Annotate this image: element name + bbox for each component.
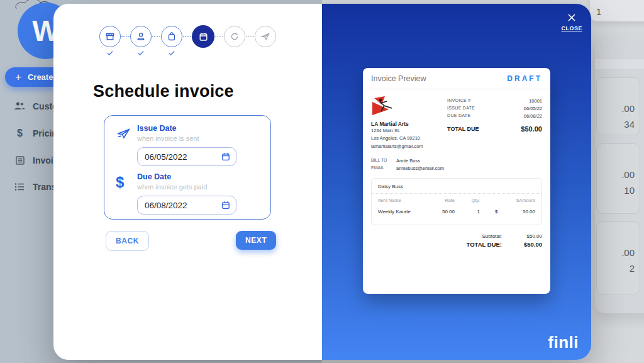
create-button-label: Create bbox=[28, 72, 53, 82]
issue-date-meta-label: ISSUE DATE bbox=[447, 106, 475, 111]
close-x-icon bbox=[567, 13, 577, 23]
due-date-meta-label: DUE DATE bbox=[447, 113, 470, 119]
step-customer[interactable] bbox=[130, 26, 152, 47]
issue-date-field: Issue Date when invoice is sent bbox=[116, 124, 270, 166]
invoices-icon bbox=[14, 155, 26, 165]
step-business[interactable] bbox=[99, 26, 121, 47]
schedule-form-card: Issue Date when invoice is sent $ Due bbox=[104, 115, 271, 220]
email-value: anniebuss@email.com bbox=[396, 165, 444, 171]
col-amount: $Amount bbox=[480, 198, 535, 203]
stepper-connector bbox=[121, 36, 130, 37]
send-icon bbox=[260, 31, 270, 42]
background-band bbox=[595, 59, 644, 69]
background-stat-card: .00 34 bbox=[596, 77, 640, 135]
step-recurring[interactable] bbox=[224, 26, 245, 47]
stat-amount-fragment: .00 bbox=[621, 169, 635, 180]
table-row: Weekly Karate 50.00 1 $50.00 bbox=[372, 206, 541, 225]
background-panel: .00 34 .00 10 .00 2 bbox=[595, 36, 644, 313]
due-date-field: $ Due Date when invoice gets paid bbox=[116, 172, 270, 215]
business-email: lamartialarts@gmail.com bbox=[371, 143, 447, 150]
stepper-connector bbox=[246, 36, 254, 37]
grand-total-label: TOTAL DUE: bbox=[445, 241, 502, 248]
email-label: EMAIL bbox=[371, 165, 396, 171]
col-item-name: Item Name bbox=[378, 198, 426, 203]
calendar-icon[interactable] bbox=[221, 152, 231, 162]
invoice-preview-panel: CLOSE Invoice Preview DRAFT bbox=[322, 4, 591, 360]
close-label: CLOSE bbox=[561, 25, 582, 31]
calendar-icon bbox=[198, 31, 209, 42]
items-bag-icon bbox=[167, 31, 177, 42]
business-address1: 1234 Main St. bbox=[371, 127, 447, 135]
grand-total-value: $50.00 bbox=[502, 241, 542, 248]
background-top-card: 1 bbox=[590, 0, 644, 21]
invoice-number-value: 10001 bbox=[529, 98, 542, 104]
item-name: Weekly Karate bbox=[378, 209, 426, 215]
martial-arts-logo bbox=[371, 96, 396, 115]
business-name: LA Martial Arts bbox=[371, 121, 447, 127]
calendar-icon[interactable] bbox=[221, 200, 231, 210]
total-due-label: TOTAL DUE bbox=[447, 126, 479, 132]
total-due-value: $50.00 bbox=[521, 125, 542, 133]
dollar-icon: $ bbox=[116, 175, 124, 215]
stepper bbox=[53, 25, 322, 48]
item-currency: $ bbox=[495, 209, 497, 215]
business-address2: Los Angeles, CA 90210 bbox=[371, 135, 447, 142]
wizard-panel: Schedule invoice Issue Date when invoice… bbox=[53, 4, 322, 360]
schedule-invoice-modal: Schedule invoice Issue Date when invoice… bbox=[53, 4, 591, 360]
subtotal-label: Subtotal: bbox=[445, 233, 502, 239]
invoice-preview-title: Invoice Preview bbox=[371, 74, 426, 83]
finli-logo: finli bbox=[548, 333, 579, 352]
storefront-icon bbox=[105, 31, 115, 42]
transactions-icon bbox=[14, 181, 26, 192]
invoice-items-box: Daisy Buss Item Name Rate Qty. $Amount W… bbox=[371, 178, 542, 225]
stepper-connector bbox=[183, 36, 191, 37]
item-qty: 1 bbox=[455, 209, 480, 215]
invoice-number-label: INVOICE # bbox=[447, 98, 470, 104]
background-stat-card: .00 2 bbox=[596, 221, 640, 294]
issue-date-meta-value: 06/05/22 bbox=[524, 106, 542, 111]
app-root: W + Create Customers $ Pricing bbox=[0, 0, 644, 363]
stepper-connector bbox=[215, 36, 223, 37]
due-date-label: Due Date bbox=[137, 172, 236, 181]
stat-amount-fragment: .00 bbox=[621, 247, 635, 258]
back-button[interactable]: BACK bbox=[106, 231, 149, 251]
background-top-fragment: 1 bbox=[596, 6, 601, 17]
customer-icon bbox=[136, 31, 146, 42]
paper-plane-icon bbox=[116, 124, 137, 166]
bill-to-label: BILL TO bbox=[371, 158, 396, 164]
step-schedule[interactable] bbox=[192, 25, 214, 48]
stat-count-fragment: 2 bbox=[630, 263, 635, 274]
background-stat-card: .00 10 bbox=[596, 143, 640, 214]
issue-date-label: Issue Date bbox=[137, 124, 236, 133]
pricing-dollar-icon: $ bbox=[14, 128, 26, 138]
issue-date-hint: when invoice is sent bbox=[137, 135, 236, 142]
col-qty: Qty. bbox=[455, 198, 480, 203]
stepper-connector bbox=[152, 36, 160, 37]
stat-count-fragment: 34 bbox=[624, 119, 635, 130]
item-amount: 50.00 bbox=[523, 209, 535, 215]
plus-icon: + bbox=[15, 72, 21, 82]
check-icon bbox=[138, 50, 145, 56]
item-rate: 50.00 bbox=[426, 209, 455, 215]
stat-count-fragment: 10 bbox=[624, 185, 635, 196]
subtotal-value: $50.00 bbox=[502, 233, 542, 239]
check-icon bbox=[107, 50, 114, 56]
stat-amount-fragment: .00 bbox=[621, 103, 635, 114]
customers-icon bbox=[14, 101, 26, 111]
bill-to-value: Annie Buss bbox=[396, 158, 420, 164]
due-date-meta-value: 06/08/22 bbox=[524, 113, 542, 119]
step-send[interactable] bbox=[255, 26, 276, 47]
recurring-icon bbox=[230, 31, 240, 42]
draft-badge: DRAFT bbox=[507, 74, 542, 83]
col-rate: Rate bbox=[426, 198, 455, 203]
close-button[interactable]: CLOSE bbox=[561, 13, 582, 31]
items-table-header: Item Name Rate Qty. $Amount bbox=[372, 194, 541, 206]
due-date-hint: when invoice gets paid bbox=[137, 183, 236, 191]
items-group-name: Daisy Buss bbox=[372, 179, 541, 194]
page-title: Schedule invoice bbox=[93, 82, 234, 101]
check-icon bbox=[169, 50, 175, 56]
invoice-preview-card: Invoice Preview DRAFT LA Martial Art bbox=[363, 68, 550, 294]
next-button[interactable]: NEXT bbox=[236, 231, 276, 250]
step-items[interactable] bbox=[161, 26, 182, 47]
